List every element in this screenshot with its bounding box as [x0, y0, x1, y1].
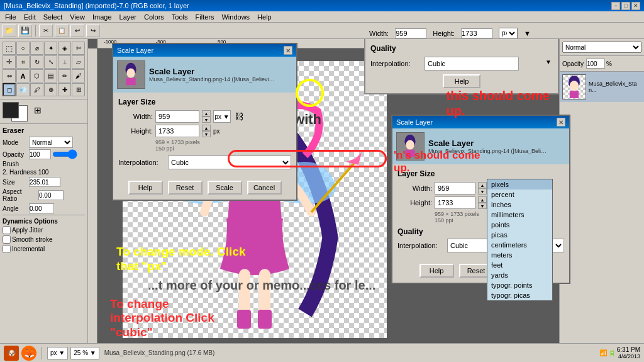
tool-rotate[interactable]: ↻ [30, 55, 43, 69]
tool-blend[interactable]: ▤ [44, 69, 57, 82]
width-up-btn-2[interactable]: ▲ [478, 182, 487, 188]
tool-bucket-fill[interactable]: ⬡ [30, 69, 43, 82]
help-button-2[interactable]: Help [419, 264, 454, 278]
mode-select[interactable]: Normal [29, 137, 73, 148]
unit-option-feet[interactable]: feet [487, 260, 552, 270]
help-button-main[interactable]: Help [128, 181, 163, 195]
unit-option-centimeters[interactable]: centimeters [487, 240, 552, 250]
opacity-input[interactable] [29, 149, 51, 159]
width-input[interactable] [155, 110, 199, 123]
unit-option-pixels[interactable]: pixels [487, 179, 552, 189]
menu-file[interactable]: File [1, 13, 20, 21]
dim-width-input[interactable] [395, 28, 426, 38]
unit-option-meters[interactable]: meters [487, 250, 552, 260]
tool-shear[interactable]: ⟂ [58, 55, 71, 69]
height-input-2[interactable] [435, 196, 475, 209]
tool-heal[interactable]: ✚ [58, 83, 71, 96]
toolbar-btn-5[interactable]: ↩ [70, 25, 84, 37]
maximize-btn[interactable]: □ [621, 2, 630, 10]
tool-perspective[interactable]: ▱ [72, 55, 85, 69]
status-unit-select[interactable]: px ▼ [47, 347, 68, 359]
tool-select-by-color[interactable]: ◈ [58, 42, 71, 55]
menu-colors[interactable]: Colors [140, 13, 168, 21]
unit-option-percent[interactable]: percent [487, 189, 552, 200]
tool-pencil[interactable]: ✏ [58, 69, 71, 82]
menu-windows[interactable]: Windows [218, 13, 253, 21]
status-zoom-btn[interactable]: 25 % ▼ [70, 347, 99, 359]
dialog-second-close-btn[interactable]: ✕ [557, 118, 565, 127]
opacity-slider[interactable] [52, 150, 77, 159]
tool-ink[interactable]: 🖊 [30, 83, 43, 96]
reset-colors[interactable]: ⊞ [34, 105, 42, 115]
tool-scissors[interactable]: ✄ [72, 42, 85, 55]
toolbar-btn-1[interactable]: 📁 [3, 25, 16, 37]
tool-paintbrush[interactable]: 🖌 [72, 69, 85, 82]
dialog-main-close-btn[interactable]: ✕ [284, 46, 292, 55]
unit-option-yards[interactable]: yards [487, 270, 552, 280]
layer-mode-select[interactable]: Normal [562, 42, 641, 53]
menu-help[interactable]: Help [253, 13, 275, 21]
toolbar-btn-2[interactable]: 💾 [18, 25, 32, 37]
unit-option-millimeters[interactable]: millimeters [487, 210, 552, 220]
width-up-btn[interactable]: ▲ [202, 110, 211, 116]
toolbar-btn-4[interactable]: 📋 [55, 25, 69, 37]
height-down-btn[interactable]: ▼ [202, 131, 211, 137]
menu-view[interactable]: View [66, 13, 89, 21]
aspect-input[interactable] [38, 190, 64, 200]
tool-scale[interactable]: ⤡ [44, 55, 57, 69]
menu-edit[interactable]: Edit [20, 13, 40, 21]
taskbar-gimp-icon[interactable]: 🐶 [4, 346, 19, 361]
menu-filters[interactable]: Filters [192, 13, 218, 21]
unit-option-typogr-picas[interactable]: typogr. picas [487, 290, 552, 300]
width-down-btn-2[interactable]: ▼ [478, 188, 487, 195]
menu-select[interactable]: Select [40, 13, 67, 21]
tool-flip[interactable]: ⇔ [3, 69, 16, 82]
menu-tools[interactable]: Tools [168, 13, 192, 21]
quality-help-button[interactable]: Help [443, 74, 480, 88]
foreground-color[interactable] [3, 102, 19, 118]
dim-unit-select[interactable]: px [499, 28, 518, 39]
unit-option-typogr-points[interactable]: typogr. points [487, 280, 552, 290]
unit-option-picas[interactable]: picas [487, 230, 552, 240]
tool-free-select[interactable]: ⌀ [30, 42, 43, 55]
dim-height-input[interactable] [461, 28, 492, 38]
scale-button-main[interactable]: Scale [208, 181, 242, 195]
incremental-check[interactable] [3, 245, 11, 253]
menu-image[interactable]: Image [89, 13, 116, 21]
tool-crop[interactable]: ⌗ [16, 55, 30, 69]
menu-layer[interactable]: Layer [116, 13, 141, 21]
tool-perspective-clone[interactable]: ⊞ [72, 83, 85, 96]
layer-opacity-input[interactable] [586, 59, 605, 69]
width-input-2[interactable] [435, 182, 475, 195]
quality-interp-select[interactable]: Cubic [425, 57, 519, 71]
height-up-btn[interactable]: ▲ [202, 125, 211, 131]
layer-item[interactable]: Musa_Believix_Stan... [560, 72, 644, 102]
close-btn[interactable]: ✕ [631, 2, 640, 10]
apply-jitter-check[interactable] [3, 226, 11, 234]
reset-button-main[interactable]: Reset [168, 181, 203, 195]
smooth-stroke-check[interactable] [3, 235, 11, 244]
interp-select-main[interactable]: Cubic [168, 156, 291, 169]
width-down-btn[interactable]: ▼ [202, 116, 211, 123]
height-input[interactable] [155, 125, 199, 137]
height-up-btn-2[interactable]: ▲ [478, 196, 487, 203]
unit-option-points[interactable]: points [487, 220, 552, 230]
cancel-button-main[interactable]: Cancel [247, 181, 282, 195]
tool-rect-select[interactable]: ⬚ [3, 42, 16, 55]
tool-clone[interactable]: ⊕ [44, 83, 57, 96]
minimize-btn[interactable]: − [611, 2, 620, 10]
tool-eraser[interactable]: ◻ [3, 83, 16, 96]
unit-option-inches[interactable]: inches [487, 200, 552, 210]
size-input[interactable] [29, 177, 60, 187]
tool-move[interactable]: ✛ [3, 55, 16, 69]
taskbar-firefox-icon[interactable]: 🦊 [21, 346, 36, 361]
toolbar-btn-3[interactable]: ✂ [39, 25, 53, 37]
tool-text[interactable]: A [16, 69, 30, 82]
tool-fuzzy-select[interactable]: ✦ [44, 42, 57, 55]
angle-input[interactable] [29, 203, 54, 213]
tool-airbrush[interactable]: 💨 [16, 83, 30, 96]
height-down-btn-2[interactable]: ▼ [478, 203, 487, 209]
tool-ellipse-select[interactable]: ○ [16, 42, 30, 55]
px-unit-btn[interactable]: px ▼ [213, 110, 231, 123]
toolbar-btn-6[interactable]: ↪ [86, 25, 100, 37]
